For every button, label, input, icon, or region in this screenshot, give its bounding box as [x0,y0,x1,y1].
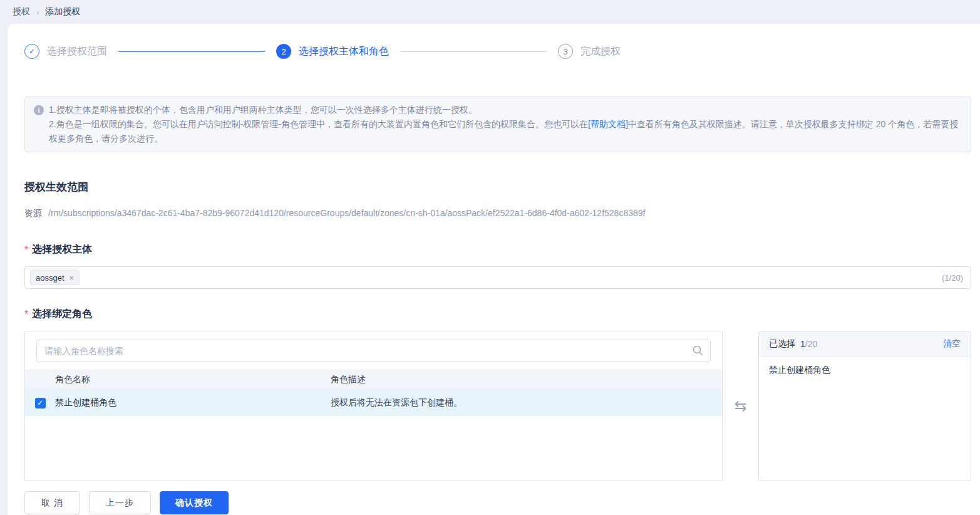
column-role-desc: 角色描述 [331,370,722,390]
transfer-arrows-icon: ⇆ [734,398,746,414]
subject-tag-label: aossget [36,273,64,283]
required-asterisk: * [24,244,28,256]
subject-select-input[interactable]: aossget × (1/20) [24,266,971,289]
subject-counter: (1/20) [942,273,963,283]
roles-title-text: 选择绑定角色 [32,308,92,321]
subject-tag: aossget × [30,270,80,285]
selected-panel-header: 已选择 1 /20 清空 [759,331,971,356]
info-icon: i [34,105,44,115]
subject-title-text: 选择授权主体 [32,243,92,256]
transfer-middle: ⇆ [723,331,758,481]
selected-roles-panel: 已选择 1 /20 清空 禁止创建桶角色 [758,331,971,481]
step-2-select-subject-role: 2 选择授权主体和角色 [276,44,389,59]
step-1-check-icon: ✓ [24,44,39,59]
previous-step-button[interactable]: 上一步 [89,491,151,514]
roles-section-title: * 选择绑定角色 [24,308,971,321]
info-line-2: 2.角色是一组权限的集合。您可以在用户访问控制-权限管理-角色管理中，查看所有的… [49,117,961,146]
info-line-1: 1.授权主体是即将被授权的个体，包含用户和用户组两种主体类型，您可以一次性选择多… [49,103,961,117]
step-3-number: 3 [558,44,573,59]
selected-role-item[interactable]: 禁止创建桶角色 [759,356,971,384]
table-row-role[interactable]: ✓ 禁止创建桶角色 授权后将无法在资源包下创建桶。 [25,390,722,416]
role-list-panel: 角色名称 角色描述 ✓ 禁止创建桶角色 授权后将无法在资源包下创建桶。 [24,331,723,481]
step-connector-pending [400,51,547,52]
tag-close-icon[interactable]: × [70,273,75,283]
search-icon[interactable] [692,345,704,358]
footer-actions: 取 消 上一步 确认授权 [24,491,971,514]
step-3-label: 完成授权 [580,45,621,58]
selected-count: 1 [800,339,805,349]
header-checkbox-col [25,370,55,390]
required-asterisk: * [24,309,28,320]
resource-label: 资源 [24,208,42,219]
checkbox-checked-icon[interactable]: ✓ [35,398,46,408]
role-desc-cell: 授权后将无法在资源包下创建桶。 [331,390,722,416]
step-3-finish: 3 完成授权 [558,44,621,59]
subject-section-title: * 选择授权主体 [24,243,971,256]
breadcrumb-separator-icon: › [36,8,39,17]
role-transfer: 角色名称 角色描述 ✓ 禁止创建桶角色 授权后将无法在资源包下创建桶。 [24,331,971,481]
step-2-number: 2 [276,44,291,59]
step-1-select-scope: ✓ 选择授权范围 [24,44,107,59]
step-connector-done [118,51,265,52]
step-indicator: ✓ 选择授权范围 2 选择授权主体和角色 3 完成授权 [24,24,621,59]
info-line-2-pre: 2.角色是一组权限的集合。您可以在用户访问控制-权限管理-角色管理中，查看所有的… [49,119,588,129]
selected-label: 已选择 [769,338,795,350]
info-text: 1.授权主体是即将被授权的个体，包含用户和用户组两种主体类型，您可以一次性选择多… [49,103,961,146]
help-doc-link[interactable]: [帮助文档] [588,119,628,129]
role-table-header: 角色名称 角色描述 [25,370,722,390]
selected-total: /20 [805,339,817,349]
row-checkbox-cell: ✓ [25,390,55,416]
resource-row: 资源 /rm/subscriptions/a3467dac-2c61-4ba7-… [24,208,971,219]
role-name-cell: 禁止创建桶角色 [55,390,331,416]
step-2-label: 选择授权主体和角色 [299,45,389,58]
resource-path: /rm/subscriptions/a3467dac-2c61-4ba7-82b… [48,208,645,218]
scope-section-title: 授权生效范围 [24,180,971,194]
column-role-name: 角色名称 [55,370,331,390]
main-content: ✓ 选择授权范围 2 选择授权主体和角色 3 完成授权 i 1.授权主体是即将被… [8,24,980,515]
breadcrumb-parent-link[interactable]: 授权 [13,6,30,18]
role-table: 角色名称 角色描述 ✓ 禁止创建桶角色 授权后将无法在资源包下创建桶。 [25,370,722,416]
clear-selection-link[interactable]: 清空 [943,338,961,350]
breadcrumb: 授权 › 添加授权 [0,0,980,24]
role-search [36,340,711,362]
breadcrumb-current: 添加授权 [45,6,80,18]
role-search-input[interactable] [36,340,711,362]
info-banner: i 1.授权主体是即将被授权的个体，包含用户和用户组两种主体类型，您可以一次性选… [24,96,971,152]
confirm-authorize-button[interactable]: 确认授权 [160,491,229,514]
step-1-label: 选择授权范围 [47,45,107,58]
cancel-button[interactable]: 取 消 [24,491,80,514]
